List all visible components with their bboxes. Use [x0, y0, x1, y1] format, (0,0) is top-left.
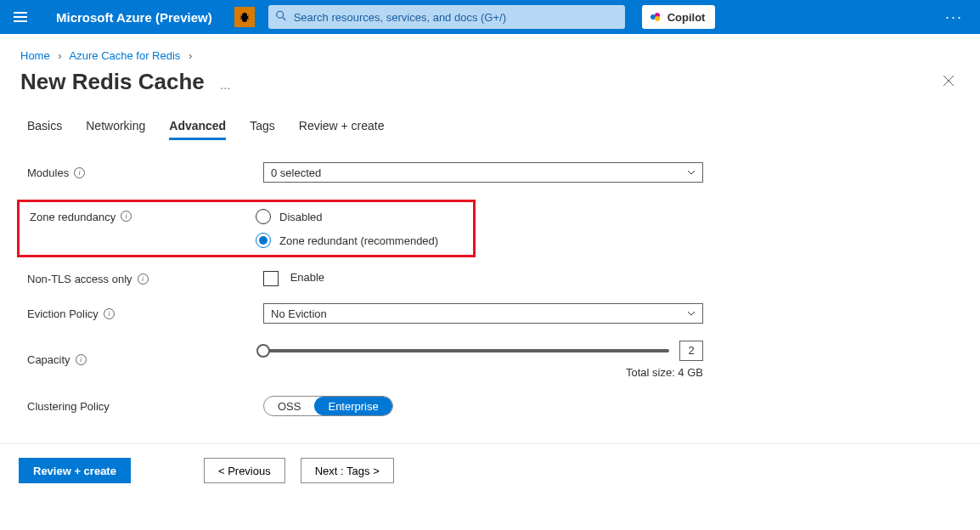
svg-line-1 [282, 17, 285, 20]
info-icon[interactable]: i [121, 211, 132, 222]
breadcrumb-redis[interactable]: Azure Cache for Redis [70, 49, 181, 62]
info-icon[interactable]: i [138, 273, 149, 285]
tab-review[interactable]: Review + create [299, 119, 385, 140]
label-modules: Modules [27, 166, 69, 179]
total-size-label: Total size: 4 GB [263, 366, 703, 379]
non-tls-checkbox[interactable] [263, 271, 279, 286]
top-bar: Microsoft Azure (Preview) Copilot ··· [0, 0, 980, 34]
breadcrumb: Home › Azure Cache for Redis › [0, 34, 980, 65]
title-more-icon[interactable]: … [220, 79, 232, 92]
radio-disabled[interactable]: Disabled [256, 209, 438, 224]
zone-redundancy-highlight: Zone redundancy i Disabled Zone redundan… [17, 200, 476, 257]
radio-redundant-label: Zone redundant (recommended) [279, 234, 438, 247]
radio-circle-icon [256, 209, 271, 224]
brand-title[interactable]: Microsoft Azure (Preview) [39, 10, 219, 25]
eviction-select[interactable]: No Eviction [263, 303, 703, 324]
row-eviction: Eviction Policy i No Eviction [27, 303, 960, 324]
row-clustering: Clustering Policy OSS Enterprise [27, 396, 960, 416]
info-icon[interactable]: i [104, 308, 115, 319]
capacity-value[interactable]: 2 [679, 341, 703, 361]
label-clustering: Clustering Policy [27, 400, 110, 413]
footer-bar: Review + create < Previous Next : Tags > [0, 443, 980, 497]
close-icon[interactable] [938, 70, 960, 94]
copilot-label: Copilot [667, 11, 706, 24]
content-area: Basics Networking Advanced Tags Review +… [0, 104, 980, 443]
non-tls-checkbox-label: Enable [290, 271, 324, 284]
info-icon[interactable]: i [76, 354, 87, 365]
toggle-oss[interactable]: OSS [264, 397, 314, 415]
row-non-tls: Non-TLS access only i Enable [27, 271, 960, 286]
tab-bar: Basics Networking Advanced Tags Review +… [27, 119, 960, 140]
label-capacity: Capacity [27, 353, 70, 366]
toggle-enterprise[interactable]: Enterprise [314, 397, 391, 415]
row-capacity: Capacity i 2 Total size: 4 GB [27, 341, 960, 379]
bug-icon[interactable] [234, 7, 255, 27]
label-eviction: Eviction Policy [27, 307, 99, 320]
zone-redundancy-radio-group: Disabled Zone redundant (recommended) [256, 209, 438, 248]
eviction-value: No Eviction [271, 307, 327, 320]
tab-networking[interactable]: Networking [86, 119, 145, 140]
svg-point-0 [276, 11, 283, 18]
menu-icon[interactable] [10, 8, 31, 25]
tab-advanced[interactable]: Advanced [169, 119, 226, 140]
chevron-down-icon [687, 168, 696, 177]
chevron-right-icon: › [189, 49, 192, 62]
modules-value: 0 selected [271, 166, 321, 179]
tab-tags[interactable]: Tags [250, 119, 275, 140]
more-icon[interactable]: ··· [938, 5, 970, 30]
slider-thumb[interactable] [256, 344, 270, 358]
info-icon[interactable]: i [74, 167, 85, 178]
radio-zone-redundant[interactable]: Zone redundant (recommended) [256, 233, 438, 248]
page-title: New Redis Cache [20, 69, 205, 95]
tab-basics[interactable]: Basics [27, 119, 62, 140]
radio-circle-icon [256, 233, 271, 248]
chevron-down-icon [687, 309, 696, 318]
review-create-button[interactable]: Review + create [19, 458, 131, 483]
title-row: New Redis Cache … [0, 65, 980, 104]
next-button[interactable]: Next : Tags > [301, 458, 394, 483]
breadcrumb-home[interactable]: Home [20, 49, 50, 62]
row-modules: Modules i 0 selected [27, 162, 960, 183]
search-box [268, 5, 625, 29]
copilot-icon [649, 10, 662, 24]
label-non-tls: Non-TLS access only [27, 273, 132, 285]
modules-select[interactable]: 0 selected [263, 162, 703, 183]
search-input[interactable] [268, 5, 625, 29]
clustering-toggle: OSS Enterprise [263, 396, 393, 416]
search-icon [275, 10, 287, 25]
radio-disabled-label: Disabled [279, 211, 323, 223]
label-zone-redundancy: Zone redundancy [30, 211, 115, 223]
chevron-right-icon: › [58, 49, 61, 62]
svg-point-4 [655, 16, 660, 21]
previous-button[interactable]: < Previous [204, 458, 285, 483]
capacity-slider[interactable] [263, 349, 669, 352]
copilot-button[interactable]: Copilot [642, 5, 716, 29]
